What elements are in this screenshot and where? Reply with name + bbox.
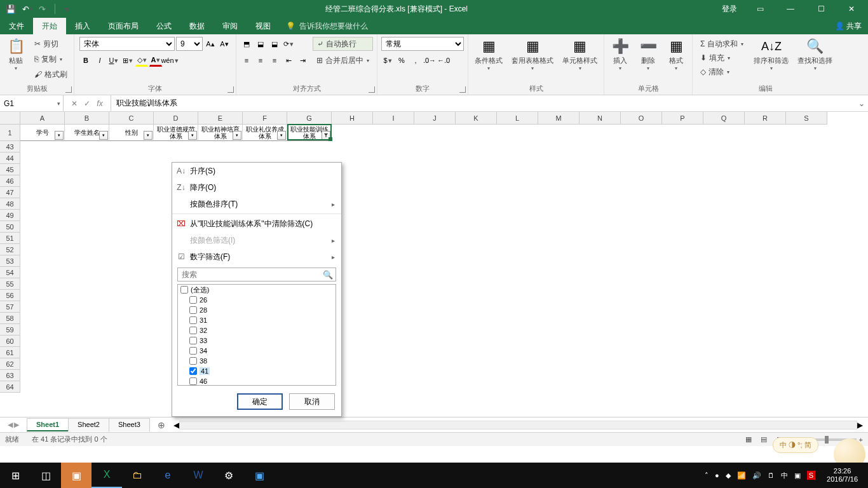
tray-expand-icon[interactable]: ˄ bbox=[705, 471, 709, 480]
expand-formula-icon[interactable]: ⌄ bbox=[855, 95, 868, 111]
tray-icon-1[interactable]: ● bbox=[715, 471, 719, 479]
filter-dropdown-button[interactable]: ▾ bbox=[99, 131, 108, 140]
copy-button[interactable]: ⎘ 复制 ▾ bbox=[31, 52, 71, 66]
fill-color-icon[interactable]: ◇▾ bbox=[135, 54, 148, 67]
tray-notes-icon[interactable]: 🗒 bbox=[768, 471, 775, 479]
align-bottom-icon[interactable]: ⬓ bbox=[268, 37, 281, 50]
tray-icon-2[interactable]: ◆ bbox=[726, 471, 731, 480]
filter-value-checkbox[interactable] bbox=[189, 316, 197, 324]
save-icon[interactable]: 💾 bbox=[5, 3, 17, 15]
ribbon-display-icon[interactable]: ▭ bbox=[746, 0, 774, 18]
taskbar-app-1[interactable]: ▣ bbox=[61, 463, 92, 488]
font-color-icon[interactable]: A▾ bbox=[149, 54, 162, 67]
maximize-icon[interactable]: ☐ bbox=[807, 0, 835, 18]
border-icon[interactable]: ⊞▾ bbox=[121, 54, 134, 67]
filter-search-input[interactable] bbox=[177, 268, 336, 281]
tab-layout[interactable]: 页面布局 bbox=[99, 18, 147, 34]
column-header[interactable]: D bbox=[154, 112, 198, 125]
row-header[interactable]: 64 bbox=[0, 381, 20, 393]
sheet-nav-prev-icon[interactable]: ◀ bbox=[8, 421, 13, 429]
row-header[interactable]: 51 bbox=[0, 233, 20, 244]
wrap-text-button[interactable]: ⤶ 自动换行 bbox=[313, 37, 373, 51]
number-filters-item[interactable]: ☑数字筛选(F)▸ bbox=[172, 248, 341, 265]
tab-insert[interactable]: 插入 bbox=[66, 18, 99, 34]
sort-desc-item[interactable]: Z↓降序(O) bbox=[172, 179, 341, 196]
close-icon[interactable]: ✕ bbox=[837, 0, 865, 18]
row-header[interactable]: 55 bbox=[0, 278, 20, 290]
search-icon[interactable]: 🔍 bbox=[323, 270, 333, 280]
tab-data[interactable]: 数据 bbox=[180, 18, 214, 34]
taskbar-explorer-icon[interactable]: 🗀 bbox=[122, 463, 153, 488]
taskbar-app-2[interactable]: ▣ bbox=[244, 463, 275, 488]
clipboard-launcher-icon[interactable] bbox=[65, 86, 72, 93]
sheet-tab[interactable]: Sheet1 bbox=[27, 418, 69, 431]
autosum-button[interactable]: Σ 自动求和 ▾ bbox=[696, 37, 747, 51]
taskbar-edge-icon[interactable]: e bbox=[153, 463, 183, 488]
worksheet-grid[interactable]: ABCDEFGHIJKLMNOPQRS 14344454647484950515… bbox=[0, 112, 868, 417]
align-left-icon[interactable]: ≡ bbox=[240, 54, 253, 67]
tab-file[interactable]: 文件 bbox=[0, 18, 33, 34]
filter-dropdown-button[interactable]: ▾ bbox=[277, 131, 286, 140]
column-header[interactable]: I bbox=[373, 112, 414, 125]
select-all-corner[interactable] bbox=[0, 112, 20, 125]
column-header[interactable]: G bbox=[287, 112, 332, 125]
column-header[interactable]: L bbox=[497, 112, 538, 125]
taskbar-settings-icon[interactable]: ⚙ bbox=[214, 463, 244, 488]
tray-clock[interactable]: 23:262016/7/16 bbox=[822, 467, 863, 484]
column-header[interactable]: H bbox=[332, 112, 373, 125]
cancel-formula-icon[interactable]: ✕ bbox=[69, 99, 80, 108]
row-header[interactable]: 63 bbox=[0, 370, 20, 381]
filter-value-checkbox[interactable] bbox=[189, 306, 197, 314]
column-header[interactable]: E bbox=[198, 112, 243, 125]
cut-button[interactable]: ✂ 剪切 bbox=[31, 37, 71, 51]
column-header[interactable]: S bbox=[786, 112, 827, 125]
fill-button[interactable]: ⬇ 填充 ▾ bbox=[696, 51, 747, 65]
align-top-icon[interactable]: ⬒ bbox=[240, 37, 253, 50]
sort-filter-button[interactable]: A↓Z排序和筛选▾ bbox=[750, 36, 792, 72]
tell-me[interactable]: 💡 告诉我你想要做什么 bbox=[280, 18, 374, 34]
row-header[interactable]: 49 bbox=[0, 210, 20, 221]
align-launcher-icon[interactable] bbox=[369, 86, 375, 93]
horizontal-scrollbar[interactable]: ◀▶ bbox=[173, 420, 863, 430]
login-button[interactable]: 登录 bbox=[715, 0, 743, 18]
clear-filter-item[interactable]: ⌧从"职业技能训练体系"中清除筛选(C) bbox=[172, 215, 341, 232]
italic-icon[interactable]: I bbox=[93, 54, 106, 67]
accounting-icon[interactable]: $▾ bbox=[381, 54, 394, 67]
row-header[interactable]: 62 bbox=[0, 358, 20, 370]
ok-button[interactable]: 确定 bbox=[237, 393, 283, 410]
row-header[interactable]: 1 bbox=[0, 125, 20, 141]
tab-view[interactable]: 视图 bbox=[247, 18, 280, 34]
align-right-icon[interactable]: ≡ bbox=[268, 54, 281, 67]
row-header[interactable]: 53 bbox=[0, 255, 20, 267]
filter-dropdown-button[interactable]: ▾ bbox=[188, 131, 197, 140]
orientation-icon[interactable]: ⟳▾ bbox=[282, 37, 295, 50]
column-header[interactable]: O bbox=[621, 112, 662, 125]
page-break-icon[interactable]: ⊟ bbox=[772, 434, 786, 445]
filter-value-checkbox[interactable] bbox=[189, 347, 197, 355]
align-center-icon[interactable]: ≡ bbox=[254, 54, 267, 67]
column-header[interactable]: R bbox=[745, 112, 786, 125]
share-button[interactable]: 👤 共享 bbox=[835, 21, 862, 32]
merge-center-button[interactable]: ⊞ 合并后居中 ▾ bbox=[313, 53, 373, 67]
cancel-button[interactable]: 取消 bbox=[289, 393, 335, 410]
filter-value-checkbox[interactable] bbox=[189, 337, 197, 344]
new-sheet-button[interactable]: ⊕ bbox=[154, 420, 168, 430]
row-header[interactable]: 46 bbox=[0, 175, 20, 187]
column-header[interactable]: M bbox=[538, 112, 580, 125]
insert-cells-button[interactable]: ➕插入▾ bbox=[607, 36, 634, 72]
taskbar-word-icon[interactable]: W bbox=[183, 463, 214, 488]
row-header[interactable]: 48 bbox=[0, 198, 20, 210]
tray-wifi-icon[interactable]: 📶 bbox=[737, 471, 746, 480]
underline-icon[interactable]: U▾ bbox=[107, 54, 120, 67]
column-header[interactable]: K bbox=[456, 112, 497, 125]
row-header[interactable]: 52 bbox=[0, 244, 20, 255]
phonetic-icon[interactable]: wén▾ bbox=[163, 54, 176, 67]
fx-icon[interactable]: fx bbox=[94, 99, 105, 108]
font-launcher-icon[interactable] bbox=[227, 86, 234, 93]
sort-by-color-item[interactable]: 按颜色排序(T)▸ bbox=[172, 196, 341, 212]
select-all-checkbox[interactable] bbox=[180, 286, 188, 294]
redo-icon[interactable]: ↷▾ bbox=[38, 3, 50, 15]
sheet-nav-next-icon[interactable]: ▶ bbox=[14, 421, 19, 429]
decrease-indent-icon[interactable]: ⇤ bbox=[282, 54, 295, 67]
zoom-slider[interactable] bbox=[799, 438, 857, 441]
